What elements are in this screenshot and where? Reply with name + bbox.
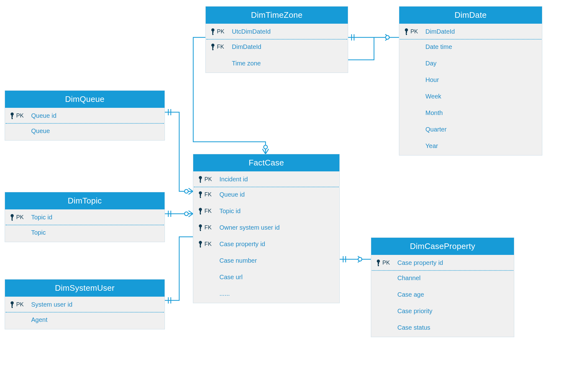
column-name: ...... <box>219 290 335 297</box>
column-name: Agent <box>31 316 160 323</box>
column-row: Queue <box>5 125 165 137</box>
svg-point-1 <box>185 212 188 216</box>
entity-body: PK Topic id Topic <box>5 209 165 242</box>
key-icon <box>404 28 409 35</box>
entity-title: DimQueue <box>5 91 165 108</box>
column-row: Day <box>399 57 542 69</box>
entity-dimtimezone[interactable]: DimTimeZone PK UtcDimDateId FK DimDateId… <box>205 6 348 73</box>
column-row: Time zone <box>206 57 348 69</box>
column-row: Channel <box>371 272 514 284</box>
column-row: Topic <box>5 227 165 239</box>
key-icon <box>198 224 203 231</box>
column-name: Topic id <box>31 214 160 221</box>
entity-dimdate[interactable]: DimDate PK DimDateId Date time Day Hour … <box>399 6 542 155</box>
entity-title: DimCaseProperty <box>371 238 514 255</box>
column-name: Day <box>425 60 538 67</box>
column-name: DimDateId <box>425 28 538 35</box>
entity-title: FactCase <box>193 154 339 171</box>
column-row: FK DimDateId <box>206 41 348 53</box>
svg-point-4 <box>358 257 362 261</box>
pk-separator <box>400 39 541 40</box>
column-name: Case property id <box>219 241 335 248</box>
column-name: Time zone <box>232 60 343 67</box>
column-row: Week <box>399 90 542 103</box>
column-name: Topic id <box>219 208 335 215</box>
key-icon <box>198 208 203 215</box>
key-icon <box>9 214 15 221</box>
entity-body: PK Queue id Queue <box>5 108 165 140</box>
column-row: ...... <box>193 288 339 300</box>
key-icon <box>9 112 15 119</box>
entity-dimtopic[interactable]: DimTopic PK Topic id Topic <box>5 192 165 242</box>
pk-separator <box>6 312 164 313</box>
entity-body: PK System user id Agent <box>5 297 165 329</box>
key-icon <box>376 260 381 266</box>
column-row: PK UtcDimDateId <box>206 26 348 38</box>
column-name: Case property id <box>397 259 510 266</box>
entity-dimsystemuser[interactable]: DimSystemUser PK System user id Agent <box>5 279 165 329</box>
entity-title: DimDate <box>399 7 542 24</box>
pk-separator <box>372 270 513 271</box>
key-icon <box>198 241 203 248</box>
column-row: PK Topic id <box>5 211 165 223</box>
column-name: Quarter <box>425 126 538 133</box>
key-icon <box>210 44 216 50</box>
column-name: Queue <box>31 127 160 135</box>
column-name: Hour <box>425 76 538 84</box>
column-row: PK Case property id <box>371 257 514 269</box>
column-name: Case number <box>219 257 335 264</box>
column-row: Case status <box>371 322 514 334</box>
column-name: Case status <box>397 324 510 331</box>
entity-title: DimTopic <box>5 192 165 209</box>
column-name: System user id <box>31 301 160 308</box>
column-name: Topic <box>31 229 160 236</box>
key-icon <box>9 301 15 308</box>
column-row: FK Topic id <box>193 205 339 217</box>
column-name: Queue id <box>219 191 335 198</box>
column-row: Quarter <box>399 123 542 136</box>
pk-separator <box>206 39 347 40</box>
column-row: FK Queue id <box>193 189 339 201</box>
entity-body: PK Incident id FK Queue id FK Topic id F… <box>193 171 339 303</box>
column-name: Case age <box>397 291 510 298</box>
entity-body: PK UtcDimDateId FK DimDateId Time zone <box>206 24 348 73</box>
column-name: Month <box>425 109 538 117</box>
erd-canvas: DimTimeZone PK UtcDimDateId FK DimDateId… <box>0 0 561 392</box>
column-name: Channel <box>397 275 510 282</box>
column-row: PK Incident id <box>193 173 339 185</box>
key-icon <box>198 191 203 198</box>
column-name: Week <box>425 93 538 100</box>
column-name: Owner system user id <box>219 224 335 231</box>
column-row: PK DimDateId <box>399 26 542 38</box>
column-name: Case priority <box>397 308 510 315</box>
column-row: FK Owner system user id <box>193 222 339 234</box>
column-row: Hour <box>399 74 542 86</box>
entity-body: PK Case property id Channel Case age Cas… <box>371 255 514 337</box>
column-name: UtcDimDateId <box>232 28 343 35</box>
entity-dimqueue[interactable]: DimQueue PK Queue id Queue <box>5 90 165 141</box>
column-row: Date time <box>399 41 542 53</box>
column-row: Case number <box>193 255 339 267</box>
column-name: Case url <box>219 274 335 281</box>
column-row: Year <box>399 140 542 152</box>
column-name: Year <box>425 142 538 150</box>
column-row: Case url <box>193 271 339 283</box>
column-name: DimDateId <box>232 43 343 50</box>
svg-point-0 <box>185 189 188 193</box>
column-name: Queue id <box>31 112 160 119</box>
column-row: Month <box>399 107 542 119</box>
column-row: PK Queue id <box>5 110 165 122</box>
entity-factcase[interactable]: FactCase PK Incident id FK Queue id FK T… <box>193 154 340 303</box>
entity-title: DimSystemUser <box>5 280 165 297</box>
column-name: Incident id <box>219 176 335 183</box>
column-row: Case age <box>371 289 514 301</box>
entity-dimcaseproperty[interactable]: DimCaseProperty PK Case property id Chan… <box>371 237 514 337</box>
pk-separator <box>6 225 164 225</box>
key-icon <box>210 28 216 35</box>
svg-point-3 <box>386 36 389 39</box>
column-row: Case priority <box>371 305 514 317</box>
pk-separator <box>6 123 164 124</box>
column-row: Agent <box>5 314 165 326</box>
entity-title: DimTimeZone <box>206 7 348 24</box>
column-name: Date time <box>425 43 538 50</box>
